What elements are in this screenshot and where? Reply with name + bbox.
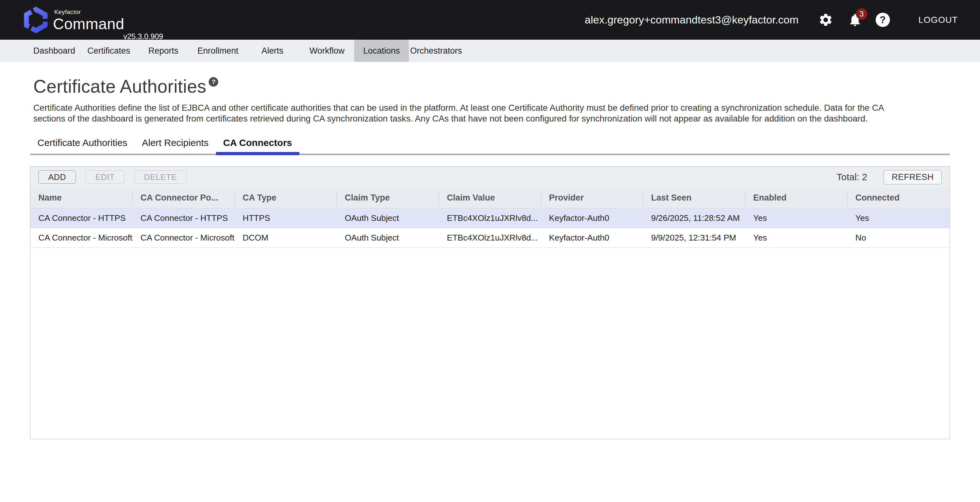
nav-item-certificates[interactable]: Certificates: [81, 40, 136, 62]
title-help-button[interactable]: ?: [209, 77, 218, 87]
column-header-enabled[interactable]: Enabled: [745, 188, 848, 208]
cell-claim-type: OAuth Subject: [337, 208, 439, 228]
cell-name: CA Connector - HTTPS: [30, 208, 132, 228]
delete-button[interactable]: DELETE: [134, 171, 187, 184]
cell-provider: Keyfactor-Auth0: [541, 208, 643, 228]
tab-alert-recipients[interactable]: Alert Recipients: [134, 137, 216, 154]
nav-item-alerts[interactable]: Alerts: [245, 40, 300, 62]
question-icon: ?: [212, 78, 216, 86]
nav-item-locations[interactable]: Locations: [354, 40, 409, 62]
logout-button[interactable]: LOGOUT: [918, 15, 958, 25]
cell-claim-value: ETBc4XOlz1uJXRlv8d...: [439, 228, 541, 247]
gear-icon: [818, 13, 833, 27]
cell-connected: Yes: [848, 208, 950, 228]
refresh-button[interactable]: REFRESH: [884, 170, 942, 184]
nav-label: Orchestrators: [410, 46, 462, 56]
help-icon: ?: [880, 14, 886, 26]
help-button[interactable]: ?: [876, 13, 890, 27]
column-header-connected[interactable]: Connected: [848, 188, 950, 208]
version-label: v25.3.0.909: [123, 32, 163, 41]
cell-enabled: Yes: [745, 208, 848, 228]
tab-certificate-authorities[interactable]: Certificate Authorities: [30, 137, 134, 154]
tab-bar: Certificate Authorities Alert Recipients…: [30, 137, 950, 155]
nav-item-orchestrators[interactable]: Orchestrators: [409, 40, 463, 62]
cell-claim-value: ETBc4XOlz1uJXRlv8d...: [439, 208, 541, 228]
notifications-button[interactable]: 3: [848, 13, 862, 27]
user-email: alex.gregory+commandtest3@keyfactor.com: [585, 14, 799, 26]
nav-item-dashboard[interactable]: Dashboard: [27, 40, 81, 62]
grid-toolbar: ADD EDIT DELETE Total: 2 REFRESH: [30, 167, 950, 188]
table-header-row: Name CA Connector Po... CA Type Claim Ty…: [30, 188, 950, 208]
edit-button[interactable]: EDIT: [85, 171, 124, 184]
nav-label: Alerts: [261, 46, 283, 56]
nav-label: Workflow: [310, 46, 345, 56]
brand-command: Command: [53, 16, 124, 32]
cell-ca-type: DCOM: [235, 228, 337, 247]
toolbar-right: Total: 2 REFRESH: [837, 170, 942, 184]
cell-connected: No: [848, 228, 950, 247]
ca-connectors-table: Name CA Connector Po... CA Type Claim Ty…: [30, 188, 950, 248]
cell-enabled: Yes: [745, 228, 848, 247]
cell-claim-type: OAuth Subject: [337, 228, 439, 247]
title-row: Certificate Authorities ?: [30, 76, 950, 97]
cell-provider: Keyfactor-Auth0: [541, 228, 643, 247]
cell-pool: CA Connector - Microsoft: [132, 228, 235, 247]
nav-label: Locations: [363, 46, 400, 56]
nav-label: Enrollment: [197, 46, 238, 56]
page-title: Certificate Authorities: [33, 76, 206, 97]
nav-label: Reports: [148, 46, 178, 56]
tab-ca-connectors[interactable]: CA Connectors: [216, 137, 299, 154]
cell-last-seen: 9/26/2025, 11:28:52 AM: [643, 208, 745, 228]
cell-name: CA Connector - Microsoft: [30, 228, 132, 247]
page-description: Certificate Authorities define the list …: [30, 102, 908, 124]
table-row-ca-connector-microsoft[interactable]: CA Connector - Microsoft CA Connector - …: [30, 228, 950, 247]
total-count: Total: 2: [837, 172, 867, 182]
column-header-provider[interactable]: Provider: [541, 188, 643, 208]
topbar-right: alex.gregory+commandtest3@keyfactor.com …: [585, 13, 958, 27]
nav-item-reports[interactable]: Reports: [136, 40, 191, 62]
main-nav: Dashboard Certificates Reports Enrollmen…: [0, 40, 980, 62]
column-header-claim-type[interactable]: Claim Type: [337, 188, 439, 208]
add-button[interactable]: ADD: [38, 171, 76, 184]
column-header-last-seen[interactable]: Last Seen: [643, 188, 745, 208]
cell-ca-type: HTTPS: [235, 208, 337, 228]
cell-last-seen: 9/9/2025, 12:31:54 PM: [643, 228, 745, 247]
nav-label: Dashboard: [33, 46, 75, 56]
cell-pool: CA Connector - HTTPS: [132, 208, 235, 228]
brand-keyfactor: Keyfactor: [54, 9, 124, 15]
nav-item-enrollment[interactable]: Enrollment: [191, 40, 245, 62]
column-header-ca-connector-pool[interactable]: CA Connector Po...: [132, 188, 235, 208]
column-header-name[interactable]: Name: [30, 188, 132, 208]
topbar: Keyfactor Command v25.3.0.909 alex.grego…: [0, 0, 980, 40]
column-header-ca-type[interactable]: CA Type: [235, 188, 337, 208]
nav-label: Certificates: [87, 46, 130, 56]
notification-badge: 3: [856, 8, 867, 20]
table-row-ca-connector-https[interactable]: CA Connector - HTTPS CA Connector - HTTP…: [30, 208, 950, 228]
settings-button[interactable]: [818, 13, 833, 27]
keyfactor-logo-icon: [24, 7, 48, 33]
brand-text: Keyfactor Command: [53, 8, 124, 32]
main-content: Certificate Authorities ? Certificate Au…: [0, 76, 980, 439]
column-header-claim-value[interactable]: Claim Value: [439, 188, 541, 208]
ca-connectors-panel: ADD EDIT DELETE Total: 2 REFRESH Name CA…: [30, 166, 950, 439]
nav-item-workflow[interactable]: Workflow: [300, 40, 354, 62]
brand-logo[interactable]: Keyfactor Command v25.3.0.909: [24, 7, 124, 33]
